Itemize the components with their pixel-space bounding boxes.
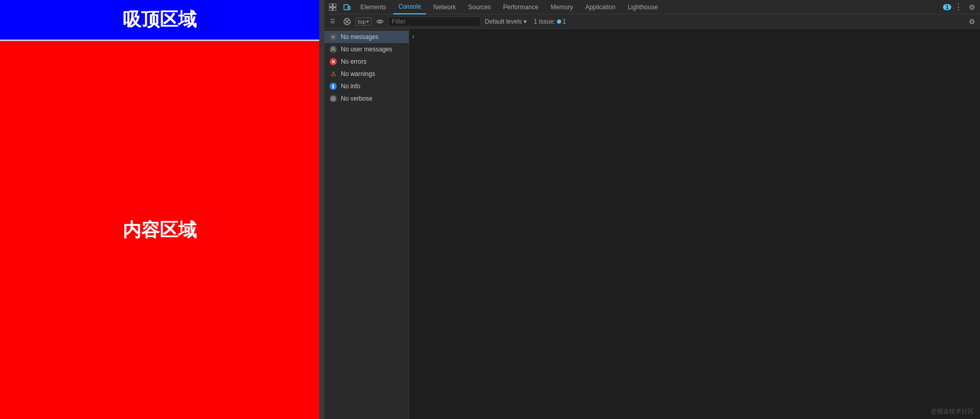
sticky-header-text: 吸顶区域 [123,7,197,32]
settings-icon[interactable]: ⚙ [966,1,978,13]
console-item-no-errors[interactable]: ✕ No errors [324,55,409,68]
sticky-header: 吸顶区域 [0,0,319,41]
chevron-right-icon: › [412,33,414,40]
console-item-no-info[interactable]: ℹ No info [324,80,409,92]
devtools-topbar: Elements Console Network Sources Perform… [324,0,980,14]
tab-sources[interactable]: Sources [463,0,496,14]
info-icon: ℹ [330,83,337,90]
warnings-icon: ⚠ [330,70,337,78]
svg-point-9 [379,21,381,23]
user-messages-icon [330,46,337,53]
svg-rect-3 [333,8,336,11]
devtools-content: ≡ No messages No user messages ✕ No erro… [324,29,980,419]
watermark: @掘金技术社区 [931,407,974,416]
svg-rect-5 [349,6,350,10]
messages-icon: ≡ [330,33,337,41]
errors-icon: ✕ [330,58,337,65]
content-area: 内容区域 [0,41,319,419]
default-levels-button[interactable]: Default levels ▾ [483,17,528,26]
badge-count: 1 [943,4,951,10]
console-dropdown: ≡ No messages No user messages ✕ No erro… [324,29,409,419]
top-right-icons: 1 ⋮ ⚙ [943,1,978,13]
console-item-no-warnings[interactable]: ⚠ No warnings [324,68,409,80]
clear-console-icon[interactable] [341,15,353,28]
tab-network[interactable]: Network [428,0,461,14]
eye-icon[interactable] [374,15,386,28]
issues-dot [557,20,561,24]
device-toggle-icon[interactable] [341,1,353,13]
page-area: 吸顶区域 内容区域 [0,0,319,419]
tab-elements[interactable]: Elements [355,0,391,14]
scrollbar[interactable] [319,0,324,419]
tab-application[interactable]: Application [580,0,621,14]
more-options-icon[interactable]: ⋮ [952,1,965,13]
svg-rect-4 [344,5,348,10]
console-list-icon[interactable]: ☰ [326,15,339,28]
console-output: › [409,29,980,419]
tab-memory[interactable]: Memory [546,0,578,14]
devtools-panel: Elements Console Network Sources Perform… [324,0,980,419]
svg-rect-2 [329,8,332,11]
tab-performance[interactable]: Performance [498,0,544,14]
tab-lighthouse[interactable]: Lighthouse [623,0,663,14]
console-settings-icon[interactable]: ⚙ [966,15,978,28]
svg-point-11 [331,97,335,101]
filter-input[interactable] [388,16,481,27]
verbose-icon [330,95,337,102]
devtools-toolbar2: ☰ top ▾ Default levels ▾ 1 Issue: 1 [324,14,980,29]
svg-rect-0 [329,4,332,7]
content-text: 内容区域 [123,218,197,243]
issues-button[interactable]: 1 Issue: 1 [531,17,569,26]
svg-rect-1 [333,4,336,7]
console-item-no-verbose[interactable]: No verbose [324,92,409,105]
tab-console[interactable]: Console [393,0,426,14]
inspect-icon[interactable] [326,1,339,13]
console-item-no-messages[interactable]: ≡ No messages [324,31,409,43]
console-item-no-user-messages[interactable]: No user messages [324,43,409,55]
svg-point-12 [333,98,334,100]
context-selector[interactable]: top ▾ [355,17,372,26]
